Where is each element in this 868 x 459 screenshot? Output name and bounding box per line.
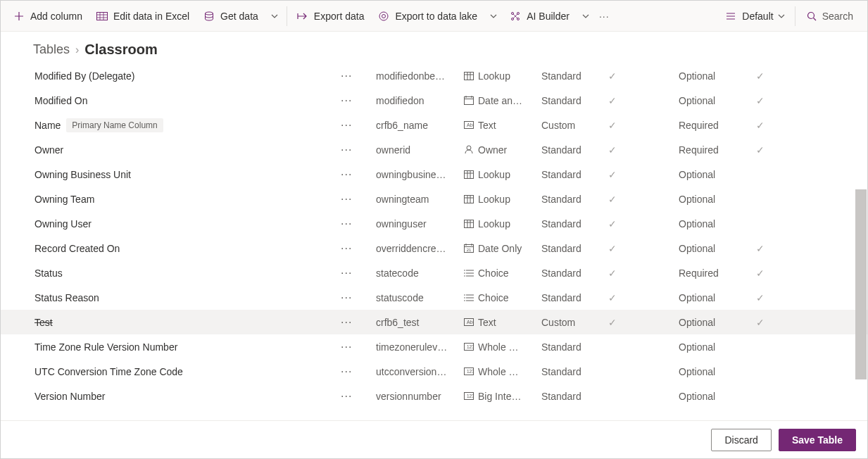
- row-more-button[interactable]: ···: [341, 291, 376, 304]
- svg-point-13: [467, 146, 471, 150]
- managed-check: [608, 317, 679, 328]
- toolbar-separator: [795, 6, 795, 26]
- svg-text:123: 123: [467, 394, 474, 398]
- column-schema-name: utcconversion…: [376, 366, 464, 377]
- table-row[interactable]: Owning Business Unit···owningbusine…Look…: [1, 162, 867, 187]
- table-row[interactable]: Modified On···modifiedonDate an…Standard…: [1, 88, 867, 113]
- table-row[interactable]: Status Reason···statuscodeChoiceStandard…: [1, 285, 867, 310]
- svg-text:21: 21: [467, 248, 472, 252]
- dateonly-icon: 21: [464, 244, 474, 253]
- table-row[interactable]: Status···statecodeChoiceStandardRequired: [1, 260, 867, 285]
- column-display-name: Owner: [34, 144, 341, 156]
- view-selector-label: Default: [742, 11, 773, 22]
- svg-point-8: [807, 12, 814, 18]
- scrollbar-thumb[interactable]: [855, 189, 867, 379]
- search-box[interactable]: Search: [798, 11, 862, 22]
- table-row[interactable]: Time Zone Rule Version Number···timezone…: [1, 334, 867, 359]
- svg-rect-16: [465, 220, 474, 227]
- column-required: Optional: [679, 341, 756, 353]
- table-row[interactable]: NamePrimary Name Column···crfb6_nameAbcT…: [1, 113, 867, 137]
- breadcrumb-parent[interactable]: Tables: [33, 42, 70, 57]
- svg-point-1: [206, 12, 213, 15]
- lookup-icon: [464, 71, 474, 81]
- row-more-button[interactable]: ···: [341, 119, 376, 132]
- datetime-icon: [464, 96, 474, 106]
- view-selector-button[interactable]: Default: [718, 1, 791, 32]
- data-lake-icon: [378, 11, 389, 22]
- column-data-type: 123Whole …: [464, 366, 541, 377]
- edit-data-excel-button[interactable]: Edit data in Excel: [89, 1, 196, 32]
- managed-check: [608, 218, 679, 230]
- table-row[interactable]: UTC Conversion Time Zone Code···utcconve…: [1, 359, 867, 384]
- customizable-check: [756, 243, 798, 254]
- svg-point-21: [464, 275, 465, 277]
- ai-builder-button[interactable]: AI Builder: [503, 1, 577, 32]
- table-row[interactable]: Modified By (Delegate)···modifiedonbe…Lo…: [1, 63, 867, 88]
- row-more-button[interactable]: ···: [341, 168, 376, 181]
- column-data-type: 123Whole …: [464, 341, 541, 353]
- row-more-button[interactable]: ···: [341, 94, 376, 107]
- column-schema-name: crfb6_name: [376, 120, 464, 131]
- vertical-scrollbar[interactable]: [855, 32, 867, 420]
- column-required: Optional: [679, 243, 756, 254]
- add-column-button[interactable]: Add column: [6, 1, 89, 32]
- svg-point-22: [464, 294, 465, 296]
- command-bar: Add column Edit data in Excel Get data E…: [1, 1, 867, 32]
- export-data-lake-button[interactable]: Export to data lake: [371, 1, 484, 32]
- text-icon: Abc: [464, 317, 474, 327]
- column-display-name: Record Created On: [34, 243, 341, 254]
- table-row[interactable]: Version Number···versionnumber123Big Int…: [1, 384, 867, 408]
- row-more-button[interactable]: ···: [341, 70, 376, 82]
- save-table-button[interactable]: Save Table: [779, 429, 856, 451]
- row-more-button[interactable]: ···: [341, 341, 376, 353]
- column-category: Standard: [541, 391, 608, 402]
- column-display-name: NamePrimary Name Column: [34, 118, 341, 132]
- row-more-button[interactable]: ···: [341, 316, 376, 329]
- export-data-lake-chevron[interactable]: [484, 14, 503, 18]
- discard-button[interactable]: Discard: [711, 429, 771, 451]
- table-row[interactable]: Test···crfb6_testAbcTextCustomOptional: [1, 310, 867, 334]
- row-more-button[interactable]: ···: [341, 218, 376, 230]
- table-row[interactable]: Owning User···owninguserLookupStandardOp…: [1, 211, 867, 236]
- column-category: Standard: [541, 169, 608, 180]
- export-icon: [297, 11, 308, 22]
- toolbar-separator: [287, 6, 287, 26]
- table-row[interactable]: Owner···owneridOwnerStandardRequired: [1, 137, 867, 162]
- whole-icon: 123: [464, 342, 474, 352]
- ai-builder-chevron[interactable]: [577, 14, 595, 18]
- row-more-button[interactable]: ···: [341, 242, 376, 255]
- column-category: Standard: [541, 292, 608, 303]
- column-category: Standard: [541, 268, 608, 279]
- plus-icon: [13, 11, 25, 22]
- row-more-button[interactable]: ···: [341, 267, 376, 279]
- table-row[interactable]: Owning Team···owningteamLookupStandardOp…: [1, 187, 867, 211]
- column-required: Required: [679, 144, 756, 156]
- edit-data-excel-label: Edit data in Excel: [113, 11, 189, 22]
- svg-point-3: [382, 14, 386, 18]
- get-data-chevron[interactable]: [265, 14, 284, 18]
- column-display-name: Owning Team: [34, 194, 341, 205]
- column-schema-name: versionnumber: [376, 391, 464, 402]
- row-more-button[interactable]: ···: [341, 193, 376, 206]
- svg-rect-15: [465, 195, 474, 203]
- lookup-icon: [464, 219, 474, 229]
- column-category: Standard: [541, 95, 608, 106]
- overflow-button[interactable]: ···: [595, 1, 614, 32]
- svg-point-23: [464, 297, 465, 298]
- managed-check: [608, 268, 679, 279]
- column-data-type: Choice: [464, 268, 541, 279]
- svg-text:Abc: Abc: [467, 122, 474, 127]
- row-more-button[interactable]: ···: [341, 365, 376, 378]
- managed-check: [608, 95, 679, 106]
- column-data-type: Choice: [464, 292, 541, 303]
- column-required: Optional: [679, 194, 756, 205]
- column-required: Optional: [679, 292, 756, 303]
- choice-icon: [464, 293, 474, 303]
- row-more-button[interactable]: ···: [341, 390, 376, 403]
- table-row[interactable]: Record Created On···overriddencre…21Date…: [1, 236, 867, 260]
- column-schema-name: owninguser: [376, 218, 464, 230]
- get-data-button[interactable]: Get data: [196, 1, 265, 32]
- search-placeholder: Search: [822, 11, 853, 22]
- export-data-button[interactable]: Export data: [290, 1, 372, 32]
- row-more-button[interactable]: ···: [341, 144, 376, 156]
